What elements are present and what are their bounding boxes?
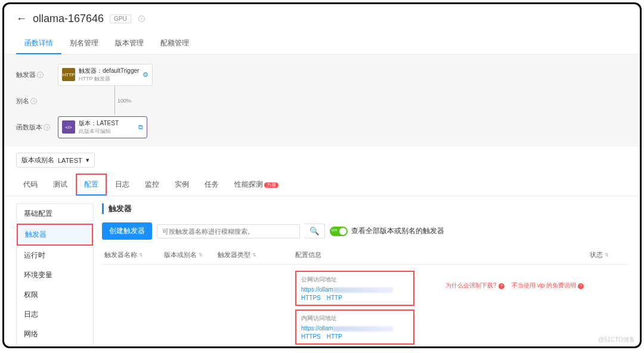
- sidebar-item-network[interactable]: 网络: [17, 324, 93, 344]
- sidebar-item-runtime[interactable]: 运行时: [17, 246, 93, 265]
- warn-icon: ?: [578, 283, 584, 289]
- help-icon[interactable]: ?: [30, 98, 37, 104]
- gear-icon[interactable]: ⚙: [143, 71, 148, 79]
- trigger-node-title: 触发器：defaultTrigger: [79, 67, 139, 75]
- search-input[interactable]: [157, 224, 300, 239]
- percentage-label: 100%: [117, 98, 131, 104]
- warn-link-2[interactable]: 不当使用 vip 的免费说明: [512, 282, 576, 289]
- proto-https[interactable]: HTTPS: [301, 333, 321, 340]
- diagram-area: 100% 触发器? HTTP 触发器：defaultTrigger HTTP 触…: [4, 55, 640, 147]
- sidebar-item-basic[interactable]: 基础配置: [17, 204, 93, 224]
- new-badge: 力荐: [264, 182, 278, 188]
- page-title: ollama-167646: [33, 13, 104, 25]
- version-node-sub: 此版本可编辑: [79, 128, 135, 135]
- help-icon[interactable]: ?: [138, 16, 145, 22]
- subtab-monitor[interactable]: 监控: [138, 175, 166, 194]
- proto-https[interactable]: HTTPS: [301, 295, 321, 301]
- show-all-toggle[interactable]: 查看全部版本或别名的触发器: [330, 226, 444, 236]
- main-tabs: 函数详情 别名管理 版本管理 配额管理: [4, 33, 640, 55]
- copy-icon[interactable]: ⧉: [138, 123, 143, 131]
- http-icon: HTTP: [62, 68, 75, 81]
- warn-link-1[interactable]: 为什么会强制下载?: [445, 282, 497, 289]
- subtab-log[interactable]: 日志: [108, 175, 137, 194]
- create-trigger-button[interactable]: 创建触发器: [102, 222, 152, 240]
- help-icon[interactable]: ?: [44, 124, 50, 131]
- sidebar-item-env[interactable]: 环境变量: [17, 265, 93, 285]
- back-arrow-icon[interactable]: ←: [16, 13, 27, 25]
- config-sidebar: 基础配置 触发器 运行时 环境变量 权限 日志 网络 存储 预留实例: [16, 203, 94, 348]
- gpu-badge: GPU: [110, 14, 131, 23]
- table-header: 触发器名称⇅ 版本或别名⇅ 触发器类型⇅ 配置信息 状态⇅: [102, 246, 628, 265]
- sort-icon[interactable]: ⇅: [139, 252, 143, 258]
- proto-http[interactable]: HTTP: [327, 333, 342, 340]
- proto-http[interactable]: HTTP: [327, 295, 342, 301]
- version-selector[interactable]: 版本或别名 LATEST ▾: [16, 153, 95, 168]
- tab-function-detail[interactable]: 函数详情: [16, 33, 61, 54]
- code-icon: </>: [62, 120, 75, 134]
- alias-label: 别名: [16, 97, 29, 104]
- intranet-url-link[interactable]: https://ollam: [301, 325, 333, 332]
- sort-icon[interactable]: ⇅: [252, 252, 256, 258]
- version-label: 函数版本: [16, 123, 42, 131]
- table-row: 公网访问地址 https://ollam HTTPS HTTP 内网访问地址 h…: [102, 265, 628, 348]
- trigger-node[interactable]: HTTP 触发器：defaultTrigger HTTP 触发器 ⚙: [58, 64, 153, 86]
- sidebar-item-storage[interactable]: 存储: [17, 344, 93, 348]
- trigger-label: 触发器: [16, 71, 36, 78]
- panel-title: 触发器: [102, 203, 628, 214]
- version-node-title: 版本：LATEST: [79, 119, 135, 128]
- version-node[interactable]: </> 版本：LATEST 此版本可编辑 ⧉: [58, 116, 147, 138]
- trigger-node-sub: HTTP 触发器: [79, 75, 139, 83]
- sort-icon[interactable]: ⇅: [605, 252, 609, 258]
- subtab-task[interactable]: 任务: [197, 175, 226, 194]
- search-button[interactable]: 🔍: [305, 224, 325, 239]
- public-url-link[interactable]: https://ollam: [301, 286, 333, 293]
- intranet-url-box: 内网访问地址 https://ollam HTTPS HTTP: [295, 309, 414, 345]
- sub-tabs: 代码 测试 配置 日志 监控 实例 任务 性能探测力荐: [4, 174, 640, 196]
- chevron-down-icon: ▾: [86, 156, 89, 164]
- tab-quota-mgmt[interactable]: 配额管理: [152, 33, 197, 54]
- subtab-instance[interactable]: 实例: [168, 175, 196, 194]
- tab-alias-mgmt[interactable]: 别名管理: [61, 33, 107, 54]
- sort-icon[interactable]: ⇅: [199, 252, 203, 258]
- help-icon[interactable]: ?: [37, 72, 44, 78]
- public-url-box: 公网访问地址 https://ollam HTTPS HTTP: [295, 271, 414, 306]
- warn-icon: ?: [499, 283, 504, 289]
- subtab-test[interactable]: 测试: [46, 175, 75, 194]
- tab-version-mgmt[interactable]: 版本管理: [107, 33, 152, 54]
- sidebar-item-log[interactable]: 日志: [17, 305, 93, 324]
- subtab-code[interactable]: 代码: [16, 175, 45, 194]
- sidebar-item-perm[interactable]: 权限: [17, 285, 93, 305]
- watermark: @51CTO博客: [598, 336, 635, 344]
- subtab-perf[interactable]: 性能探测力荐: [227, 175, 286, 194]
- sidebar-item-trigger[interactable]: 触发器: [17, 224, 93, 246]
- subtab-config[interactable]: 配置: [76, 174, 107, 196]
